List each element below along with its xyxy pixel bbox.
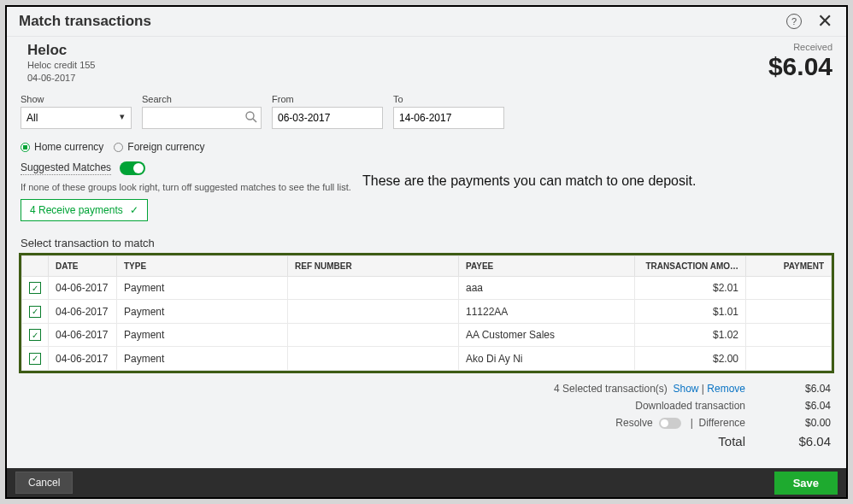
match-transactions-dialog: Match transactions ? ✕ Heloc Heloc credi… <box>5 5 848 499</box>
col-type[interactable]: TYPE <box>117 255 288 276</box>
cell-date: 04-06-2017 <box>49 323 117 347</box>
help-icon: ? <box>786 14 802 29</box>
row-checkbox[interactable]: ✓ <box>29 329 41 341</box>
annotation-text: These are the payments you can match to … <box>362 171 696 190</box>
account-summary: Heloc Heloc credit 155 04-06-2017 Receiv… <box>7 37 846 94</box>
svg-point-0 <box>246 112 254 120</box>
cell-date: 04-06-2017 <box>49 347 117 371</box>
home-currency-radio[interactable]: Home currency <box>21 141 103 153</box>
suggested-matches-label: Suggested Matches <box>21 161 111 175</box>
table-row[interactable]: ✓04-06-2017PaymentAA Customer Sales$1.02 <box>22 323 832 347</box>
dialog-title: Match transactions <box>19 13 151 30</box>
close-button[interactable]: ✕ <box>815 12 834 31</box>
cell-ref <box>288 347 459 371</box>
total-label: Total <box>718 434 745 448</box>
cell-type: Payment <box>117 323 288 347</box>
search-label: Search <box>142 94 262 104</box>
receive-payments-pill[interactable]: 4 Receive payments ✓ <box>21 199 148 221</box>
cell-payee: Ako Di Ay Ni <box>459 347 635 371</box>
svg-line-1 <box>253 119 256 122</box>
difference-label: Difference <box>699 417 745 429</box>
row-checkbox[interactable]: ✓ <box>29 353 41 365</box>
col-date[interactable]: DATE <box>49 255 117 276</box>
row-checkbox[interactable]: ✓ <box>29 282 41 294</box>
cell-amount: $2.00 <box>635 347 746 371</box>
table-title: Select transaction to match <box>7 221 846 253</box>
help-button[interactable]: ? <box>785 12 803 31</box>
show-label: Show <box>21 94 132 104</box>
to-label: To <box>393 94 504 104</box>
checkmark-icon: ✓ <box>130 204 138 216</box>
row-checkbox[interactable]: ✓ <box>29 306 41 318</box>
dialog-header: Match transactions ? ✕ <box>7 7 846 37</box>
downloaded-value: $6.04 <box>771 400 831 412</box>
col-checkbox <box>22 255 49 276</box>
from-label: From <box>272 94 383 104</box>
cell-type: Payment <box>117 300 288 324</box>
account-name: Heloc <box>27 42 96 59</box>
col-payee[interactable]: PAYEE <box>459 255 635 276</box>
cell-payment <box>746 347 832 371</box>
totals-section: 4 Selected transaction(s) Show | Remove … <box>7 373 846 458</box>
col-amount[interactable]: TRANSACTION AMO… <box>635 255 746 276</box>
transactions-table: DATE TYPE REF NUMBER PAYEE TRANSACTION A… <box>21 255 832 371</box>
close-icon: ✕ <box>817 10 832 32</box>
downloaded-label: Downloaded transaction <box>635 400 745 412</box>
col-payment[interactable]: PAYMENT <box>746 255 832 276</box>
radio-on-icon <box>21 143 30 152</box>
received-amount: $6.04 <box>768 52 832 81</box>
show-select[interactable]: All <box>21 107 132 129</box>
account-date: 04-06-2017 <box>27 72 96 85</box>
cell-date: 04-06-2017 <box>49 276 117 300</box>
search-input[interactable] <box>142 107 262 129</box>
account-desc: Heloc credit 155 <box>27 59 96 72</box>
cell-type: Payment <box>117 276 288 300</box>
cell-amount: $1.02 <box>635 323 746 347</box>
search-icon <box>244 110 258 127</box>
cell-ref <box>288 276 459 300</box>
from-date-input[interactable] <box>272 107 383 129</box>
cell-payment <box>746 300 832 324</box>
resolve-toggle[interactable] <box>659 418 681 429</box>
received-label: Received <box>768 42 832 52</box>
cell-ref <box>288 323 459 347</box>
cell-date: 04-06-2017 <box>49 300 117 324</box>
cell-type: Payment <box>117 347 288 371</box>
selected-value: $6.04 <box>771 383 831 395</box>
cell-payment <box>746 276 832 300</box>
cell-amount: $1.01 <box>635 300 746 324</box>
radio-off-icon <box>114 143 123 152</box>
transactions-table-wrap: DATE TYPE REF NUMBER PAYEE TRANSACTION A… <box>19 253 834 373</box>
col-ref[interactable]: REF NUMBER <box>288 255 459 276</box>
total-value: $6.04 <box>771 434 831 448</box>
suggested-matches-toggle[interactable] <box>120 161 145 175</box>
currency-radios: Home currency Foreign currency <box>7 138 846 161</box>
pill-label: 4 Receive payments <box>30 204 123 216</box>
cell-payment <box>746 323 832 347</box>
table-row[interactable]: ✓04-06-2017PaymentAko Di Ay Ni$2.00 <box>22 347 832 371</box>
remove-link[interactable]: Remove <box>707 383 745 395</box>
cell-payee: AA Customer Sales <box>459 323 635 347</box>
filter-bar: Show All Search From To <box>7 94 846 138</box>
cell-ref <box>288 300 459 324</box>
show-link[interactable]: Show <box>673 383 698 395</box>
dialog-footer: Cancel Save <box>7 468 846 497</box>
resolve-label: Resolve <box>615 417 652 429</box>
cancel-button[interactable]: Cancel <box>15 472 73 494</box>
table-row[interactable]: ✓04-06-2017Paymentaaa$2.01 <box>22 276 832 300</box>
cell-payee: aaa <box>459 276 635 300</box>
selected-count-label: 4 Selected transaction(s) <box>554 383 668 395</box>
table-row[interactable]: ✓04-06-2017Payment11122AA$1.01 <box>22 300 832 324</box>
cell-payee: 11122AA <box>459 300 635 324</box>
cell-amount: $2.01 <box>635 276 746 300</box>
save-button[interactable]: Save <box>774 472 838 495</box>
difference-value: $0.00 <box>771 417 831 429</box>
to-date-input[interactable] <box>393 107 504 129</box>
foreign-currency-radio[interactable]: Foreign currency <box>114 141 204 153</box>
